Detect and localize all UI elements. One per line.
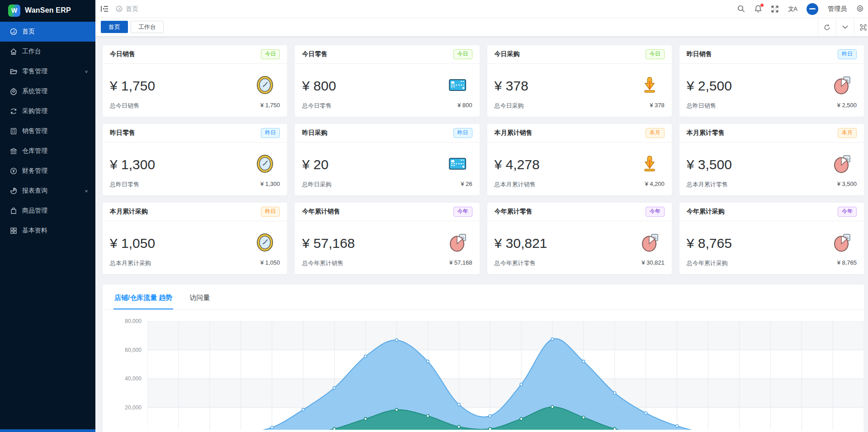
card-period-badge: 昨日 xyxy=(838,49,857,59)
card-footer-value: ¥ 1,300 xyxy=(260,180,280,189)
stat-card-7: 本月累计零售 本月 ¥ 3,500 % 总本月累计零售 ¥ 3,500 xyxy=(679,124,864,195)
card-footer-label: 总昨日采购 xyxy=(302,180,331,189)
sidebar-menu: 首页工作台零售管理∨系统管理采购管理销售管理仓库管理财务管理报表查询∨商品管理基… xyxy=(0,22,95,241)
card-footer-label: 总本月累计零售 xyxy=(687,180,728,189)
fullscreen-icon[interactable] xyxy=(771,5,778,13)
download-icon xyxy=(639,75,660,97)
bankcard-icon xyxy=(447,153,468,176)
notifications-bell-icon[interactable] xyxy=(755,5,762,13)
chevron-down-icon[interactable] xyxy=(836,18,854,36)
clock-icon xyxy=(255,75,275,97)
piechart-icon: % xyxy=(831,232,852,255)
card-header: 昨日销售 昨日 xyxy=(679,45,864,64)
card-footer-label: 总本月累计销售 xyxy=(495,180,536,189)
collapse-menu-icon[interactable] xyxy=(101,5,108,12)
stat-card-8: 本月累计采购 昨日 ¥ 1,050 总本月累计采购 ¥ 1,050 xyxy=(103,203,287,274)
card-footer-value: ¥ 26 xyxy=(461,180,472,189)
card-header: 本月累计销售 本月 xyxy=(487,124,672,142)
translate-icon[interactable]: 文A xyxy=(788,5,797,13)
expand-icon[interactable] xyxy=(854,18,868,36)
card-period-badge: 今日 xyxy=(453,49,472,59)
clock-icon xyxy=(255,232,275,255)
app-title: WanSen ERP xyxy=(25,6,71,14)
card-footer-label: 总今年累计采购 xyxy=(687,259,728,267)
card-footer-value: ¥ 2,500 xyxy=(837,102,857,110)
piechart-icon: % xyxy=(831,153,852,176)
card-value: ¥ 30,821 xyxy=(495,236,547,251)
y-axis-tick: 80,000 xyxy=(125,318,142,324)
main-area: 首页 文A 管理员 xyxy=(95,0,868,432)
card-footer-value: ¥ 378 xyxy=(650,102,665,110)
page-tab-0[interactable]: 首页 xyxy=(101,21,128,33)
bankcard-icon xyxy=(447,75,468,97)
breadcrumb[interactable]: 首页 xyxy=(116,5,138,13)
sidebar-item-7[interactable]: 财务管理 xyxy=(0,161,95,181)
card-footer: 总昨日零售 ¥ 1,300 xyxy=(103,180,287,195)
card-footer-label: 总今日销售 xyxy=(110,102,139,110)
sidebar-item-label: 采购管理 xyxy=(22,107,88,115)
card-footer: 总今年累计销售 ¥ 57,168 xyxy=(295,259,479,274)
sidebar-item-1[interactable]: 工作台 xyxy=(0,42,95,62)
card-title: 本月累计销售 xyxy=(495,129,533,137)
card-body: ¥ 20 xyxy=(295,142,479,180)
stat-card-6: 本月累计销售 本月 ¥ 4,278 总本月累计销售 ¥ 4,200 xyxy=(487,124,672,195)
stat-card-2: 今日采购 今日 ¥ 378 总今日采购 ¥ 378 xyxy=(487,45,672,117)
sidebar-item-3[interactable]: 系统管理 xyxy=(0,81,95,101)
card-value: ¥ 8,765 xyxy=(687,236,732,251)
gear-icon[interactable] xyxy=(856,5,864,13)
sidebar-item-0[interactable]: 首页 xyxy=(0,22,95,42)
card-footer-label: 总昨日零售 xyxy=(110,180,139,189)
sidebar-collapse-bar[interactable] xyxy=(0,429,95,432)
logo-icon: W xyxy=(8,5,20,17)
user-name[interactable]: 管理员 xyxy=(828,5,847,13)
sidebar-item-2[interactable]: 零售管理∨ xyxy=(0,62,95,81)
card-value: ¥ 20 xyxy=(302,157,328,172)
sidebar-item-8[interactable]: 报表查询∨ xyxy=(0,181,95,201)
chart-tab-0[interactable]: 店铺/仓库流量 趋势 xyxy=(113,285,173,309)
stat-card-4: 昨日零售 昨日 ¥ 1,300 总昨日零售 ¥ 1,300 xyxy=(103,124,287,195)
card-footer: 总今日零售 ¥ 800 xyxy=(295,102,479,117)
card-footer-value: ¥ 30,821 xyxy=(642,259,665,267)
sidebar-item-4[interactable]: 采购管理 xyxy=(0,101,95,121)
card-header: 本月累计零售 本月 xyxy=(679,124,864,142)
card-footer-value: ¥ 800 xyxy=(458,102,472,110)
notification-badge-dot xyxy=(760,4,764,7)
stat-card-9: 今年累计销售 今年 ¥ 57,168 % 总今年累计销售 ¥ 57,168 xyxy=(295,203,479,274)
area-chart-canvas[interactable] xyxy=(147,321,864,432)
card-value: ¥ 1,750 xyxy=(110,78,155,94)
stat-card-0: 今日销售 今日 ¥ 1,750 总今日销售 ¥ 1,750 xyxy=(103,45,287,117)
card-header: 昨日采购 昨日 xyxy=(295,124,479,142)
app-root: W WanSen ERP 首页工作台零售管理∨系统管理采购管理销售管理仓库管理财… xyxy=(0,0,868,432)
download-icon xyxy=(639,153,660,176)
sidebar-item-6[interactable]: 仓库管理 xyxy=(0,141,95,161)
card-period-badge: 今年 xyxy=(646,207,665,217)
card-period-badge: 本月 xyxy=(838,128,857,138)
chart-tabs: 店铺/仓库流量 趋势访问量 xyxy=(103,285,864,310)
card-title: 本月累计采购 xyxy=(110,208,148,216)
card-header: 昨日零售 昨日 xyxy=(103,124,287,142)
sidebar-item-label: 基本资料 xyxy=(22,227,88,235)
top-header: 首页 文A 管理员 xyxy=(95,0,868,18)
card-period-badge: 本月 xyxy=(646,128,665,138)
card-footer: 总昨日采购 ¥ 26 xyxy=(295,180,479,195)
piechart-icon: % xyxy=(639,232,660,255)
sidebar-item-label: 销售管理 xyxy=(22,127,88,135)
card-footer: 总今日采购 ¥ 378 xyxy=(487,102,672,117)
refresh-icon[interactable] xyxy=(818,18,836,36)
sidebar-item-10[interactable]: 基本资料 xyxy=(0,221,95,241)
stat-card-10: 今年累计零售 今年 ¥ 30,821 % 总今年累计零售 ¥ 30,821 xyxy=(487,203,672,274)
stat-card-5: 昨日采购 昨日 ¥ 20 总昨日采购 ¥ 26 xyxy=(295,124,479,195)
card-body: ¥ 3,500 % xyxy=(679,142,864,180)
sidebar-item-5[interactable]: 销售管理 xyxy=(0,121,95,141)
avatar[interactable] xyxy=(807,3,818,15)
page-tab-1[interactable]: 工作台 xyxy=(131,21,164,33)
card-footer-label: 总今年累计销售 xyxy=(302,259,343,267)
piechart-icon: % xyxy=(831,75,852,97)
chart-tab-1[interactable]: 访问量 xyxy=(189,285,211,309)
sidebar-item-9[interactable]: 商品管理 xyxy=(0,201,95,221)
search-icon[interactable] xyxy=(737,5,745,13)
card-value: ¥ 378 xyxy=(495,78,528,94)
card-title: 昨日采购 xyxy=(302,129,327,137)
card-period-badge: 今年 xyxy=(453,207,472,217)
card-header: 今年累计零售 今年 xyxy=(487,203,672,221)
